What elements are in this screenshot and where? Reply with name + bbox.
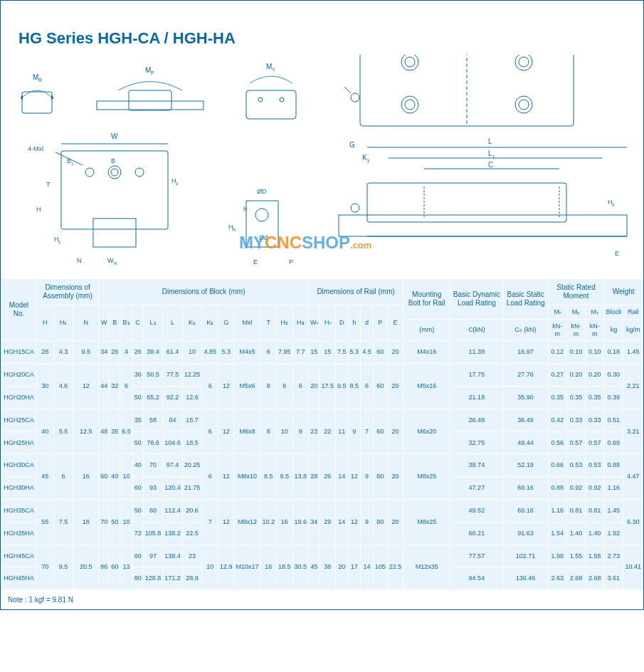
table-row: HGH35CA557.5187050105080112.420.6712M8x1… — [1, 499, 643, 522]
svg-text:E: E — [253, 258, 258, 266]
svg-point-46 — [135, 168, 144, 177]
svg-text:T: T — [46, 181, 51, 188]
svg-text:K: K — [362, 154, 367, 162]
svg-text:3: 3 — [612, 203, 615, 207]
svg-text:ØD: ØD — [257, 188, 267, 195]
svg-point-48 — [108, 166, 121, 179]
svg-rect-3 — [97, 101, 204, 110]
technical-drawing: M R M P M Y — [11, 55, 634, 283]
svg-text:2: 2 — [367, 159, 370, 163]
page-title: HG Series HGH-CA / HGH-HA — [19, 29, 633, 48]
svg-point-25 — [351, 93, 359, 102]
table-row: HGH25CA405.512.548356.535588415.7612M6x8… — [1, 409, 643, 431]
col-dynamic: Basic Dynamic Load Rating — [450, 279, 503, 320]
svg-text:h: h — [243, 206, 247, 213]
table-row: HGH15CA284.39.5342642639.461.4104.855.3M… — [1, 341, 643, 364]
svg-text:R: R — [114, 261, 117, 266]
datasheet-page: HG Series HGH-CA / HGH-HA M R M P — [0, 0, 644, 610]
svg-text:P: P — [289, 258, 293, 266]
svg-text:1: 1 — [58, 240, 61, 244]
svg-text:R: R — [38, 78, 42, 83]
svg-rect-4 — [129, 90, 171, 110]
footnote: Note : 1 kgf = 9.81 N — [1, 590, 643, 609]
svg-text:Ød: Ød — [259, 234, 268, 241]
svg-text:R: R — [233, 228, 236, 232]
col-moment: Static Rated Moment — [548, 279, 604, 305]
svg-point-8 — [258, 98, 263, 102]
svg-text:4-Mxl: 4-Mxl — [28, 145, 43, 152]
col-assembly: Dimensions of Assembly (mm) — [36, 279, 98, 305]
svg-point-18 — [405, 100, 415, 110]
svg-text:P: P — [151, 70, 154, 75]
svg-rect-58 — [367, 183, 566, 222]
svg-point-50 — [255, 209, 268, 221]
svg-text:B: B — [111, 157, 115, 164]
svg-text:2: 2 — [176, 182, 179, 186]
svg-text:Y: Y — [272, 67, 275, 72]
svg-line-26 — [344, 87, 351, 93]
svg-text:1: 1 — [71, 162, 74, 166]
svg-text:W: W — [107, 257, 114, 264]
table-row: HGH30CA45616604010407097.420.25612M8x108… — [1, 454, 643, 477]
svg-point-47 — [111, 169, 118, 176]
table-body: HGH15CA284.39.5342642639.461.4104.855.3M… — [1, 341, 643, 590]
svg-point-20 — [519, 100, 529, 110]
table-header: Model No. Dimensions of Assembly (mm) Di… — [1, 279, 643, 341]
svg-point-45 — [85, 168, 94, 177]
svg-text:N: N — [77, 257, 82, 264]
table-row: HGH45CA709.520.58660136097139.4231012.9M… — [1, 545, 643, 567]
svg-text:L: L — [488, 137, 492, 145]
table-row: HGH20CA304.612443263650.577.512.25612M5x… — [1, 364, 643, 387]
col-static: Basic Static Load Rating — [503, 279, 548, 320]
spec-table: Model No. Dimensions of Assembly (mm) Di… — [1, 278, 643, 590]
svg-text:E: E — [615, 250, 619, 257]
svg-text:W: W — [111, 132, 118, 140]
svg-rect-59 — [339, 215, 627, 236]
col-block: Dimensions of Block (mm) — [99, 279, 309, 305]
spec-table-section: Model No. Dimensions of Assembly (mm) Di… — [1, 278, 643, 590]
col-weight: Weight — [604, 279, 643, 305]
svg-point-9 — [280, 98, 284, 102]
svg-point-73 — [351, 204, 359, 212]
svg-rect-0 — [22, 92, 52, 113]
diagram-area: M R M P M Y — [11, 55, 633, 275]
svg-text:C: C — [488, 161, 493, 169]
svg-point-19 — [401, 96, 418, 113]
svg-point-16 — [519, 57, 529, 67]
svg-text:H: H — [36, 206, 41, 213]
svg-text:G: G — [349, 141, 355, 149]
svg-rect-28 — [93, 219, 136, 247]
diagram-section: HG Series HGH-CA / HGH-HA M R M P — [1, 1, 643, 278]
svg-point-21 — [515, 96, 532, 113]
col-rail: Dimensions of Rail (mm) — [309, 279, 403, 305]
svg-rect-7 — [246, 90, 296, 119]
svg-point-14 — [405, 57, 415, 67]
col-bolt: Mounting Bolt for Rail — [403, 279, 450, 320]
col-model: Model No. — [1, 279, 37, 341]
